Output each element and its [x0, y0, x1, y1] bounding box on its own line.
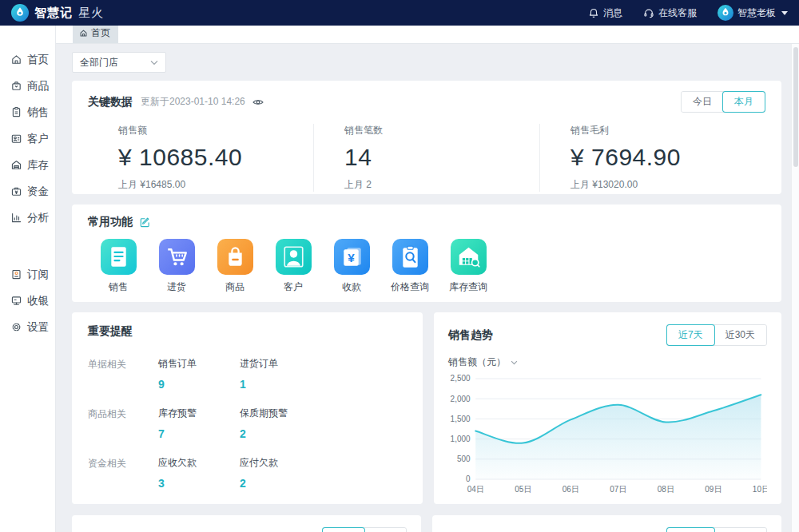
- sidebar-item-products[interactable]: 商品: [0, 73, 55, 99]
- reminder-label: 应付欠款: [240, 456, 321, 470]
- svg-text:2,500: 2,500: [451, 374, 471, 383]
- reminder-row-documents: 单据相关 销售订单 9 进货订单 1: [88, 357, 407, 391]
- sidebar-item-sales[interactable]: 销售: [0, 99, 55, 125]
- quick-action-sale[interactable]: 销售: [89, 239, 147, 294]
- month-toggle-button[interactable]: 本月: [364, 528, 406, 532]
- home-icon: [79, 29, 88, 38]
- sidebar-item-analysis[interactable]: 分析: [0, 204, 55, 231]
- trend-metric-value: 销售额（元）: [448, 355, 506, 369]
- edit-icon[interactable]: [139, 216, 150, 228]
- reminder-label: 进货订单: [240, 357, 321, 371]
- subscribe-icon: [10, 268, 22, 280]
- top-navbar: 智慧记 星火 消息 在线客服: [0, 0, 799, 26]
- sidebar-item-customers[interactable]: 客户: [0, 125, 55, 152]
- store-filter-value: 全部门店: [80, 56, 118, 69]
- analysis-icon: [10, 212, 22, 224]
- sidebar-item-home[interactable]: 首页: [0, 46, 55, 73]
- reminder-receivables: 应收欠款 3: [158, 456, 240, 490]
- quick-action-customer[interactable]: 客户: [264, 239, 322, 294]
- reminder-payables: 应付欠款 2: [240, 456, 321, 490]
- sidebar-item-inventory[interactable]: 库存: [0, 152, 55, 178]
- customer-person-icon: [276, 239, 312, 275]
- quick-action-collect[interactable]: ¥ 收款: [323, 239, 380, 294]
- sidebar-item-subscribe[interactable]: 订阅: [0, 261, 55, 288]
- svg-text:08日: 08日: [658, 485, 674, 494]
- last-30-days-button[interactable]: 近30天: [714, 528, 766, 532]
- quick-action-stock-search[interactable]: 库存查询: [439, 239, 497, 294]
- sales-trend-chart-area: 05001,0001,5002,0002,50004日05日06日07日08日0…: [448, 371, 767, 497]
- user-menu[interactable]: 智慧老板: [718, 5, 788, 21]
- reminder-value[interactable]: 1: [240, 378, 321, 391]
- sales-trend-card: 销售趋势 近7天 近30天 销售额（元） 05001,0001,5002,000…: [434, 312, 781, 504]
- tab-bar: 首页: [56, 26, 799, 44]
- sidebar: 首页 商品 销售 客户 库存 资金 分析 订阅 收银 设置: [0, 26, 56, 532]
- key-data-period-toggle: 今日 本月: [681, 91, 765, 113]
- trend-metric-select[interactable]: 销售额（元）: [448, 355, 518, 369]
- settings-icon: [10, 321, 22, 333]
- metric-value: ¥ 7694.90: [570, 144, 765, 171]
- svg-text:05日: 05日: [515, 485, 531, 494]
- metric-label: 销售额: [118, 124, 313, 137]
- month-toggle-button[interactable]: 本月: [723, 92, 765, 112]
- quick-action-price-search[interactable]: 价格查询: [381, 239, 439, 294]
- hot-products-toggle: 近7天 近30天: [666, 527, 767, 532]
- today-toggle-button[interactable]: 今日: [323, 528, 364, 532]
- sidebar-item-settings[interactable]: 设置: [0, 314, 55, 340]
- scrollbar-thumb[interactable]: [793, 47, 798, 167]
- quick-actions-card: 常用功能 销售 进货 商品: [72, 204, 781, 302]
- svg-text:04日: 04日: [467, 485, 484, 494]
- reminder-value[interactable]: 9: [158, 378, 240, 391]
- svg-text:1,500: 1,500: [451, 415, 471, 423]
- reminders-card: 重要提醒 单据相关 销售订单 9 进货订单 1 商品相关: [72, 312, 423, 504]
- main-content: 全部门店 关键数据 更新于2023-01-10 14:26 今日 本月 销售额 …: [56, 44, 791, 532]
- sidebar-item-funds[interactable]: 资金: [0, 178, 55, 204]
- reminder-value[interactable]: 2: [240, 477, 321, 490]
- sidebar-item-label: 销售: [27, 105, 49, 120]
- sales-icon: [10, 106, 22, 118]
- reminders-title: 重要提醒: [88, 324, 133, 339]
- purchase-cart-icon: [159, 239, 195, 275]
- reminder-value[interactable]: 2: [240, 427, 321, 440]
- metric-value: 14: [344, 144, 539, 171]
- vertical-scrollbar[interactable]: [791, 44, 799, 532]
- support-label: 在线客服: [658, 6, 697, 20]
- sidebar-item-label: 设置: [27, 320, 49, 335]
- quick-action-purchase[interactable]: 进货: [148, 239, 205, 294]
- tab-home[interactable]: 首页: [73, 24, 118, 43]
- chevron-down-icon: [150, 60, 158, 66]
- svg-text:06日: 06日: [562, 485, 579, 494]
- price-search-icon: [392, 239, 428, 275]
- sidebar-item-cashier[interactable]: 收银: [0, 288, 55, 314]
- brand[interactable]: 智慧记 星火: [11, 4, 104, 22]
- last-30-days-button[interactable]: 近30天: [714, 325, 766, 345]
- quick-action-label: 价格查询: [391, 280, 429, 294]
- sidebar-item-label: 商品: [27, 79, 49, 93]
- inventory-icon: [10, 159, 22, 171]
- metric-sales-count: 销售笔数 14 上月 2: [313, 124, 539, 192]
- reminder-category: 商品相关: [88, 407, 158, 440]
- sales-trend-period-toggle: 近7天 近30天: [666, 324, 767, 346]
- sidebar-item-label: 订阅: [27, 268, 49, 282]
- messages-button[interactable]: 消息: [588, 6, 622, 20]
- today-toggle-button[interactable]: 今日: [682, 92, 723, 112]
- headset-icon: [643, 7, 654, 19]
- eye-icon[interactable]: [252, 96, 264, 109]
- reminder-value[interactable]: 3: [158, 477, 240, 490]
- quick-action-label: 进货: [167, 280, 186, 294]
- metric-prev: 上月 ¥13020.00: [570, 178, 765, 192]
- support-button[interactable]: 在线客服: [643, 6, 697, 20]
- last-7-days-button[interactable]: 近7天: [667, 325, 714, 345]
- store-filter-select[interactable]: 全部门店: [72, 52, 166, 73]
- last-7-days-button[interactable]: 近7天: [667, 528, 714, 532]
- goods-bag-icon: [217, 239, 253, 275]
- metric-label: 销售毛利: [570, 124, 765, 137]
- sales-trend-chart: 05001,0001,5002,0002,50004日05日06日07日08日0…: [448, 371, 767, 497]
- cashier-icon: [10, 295, 22, 307]
- metric-label: 销售笔数: [344, 124, 539, 137]
- metric-sales-amount: 销售额 ¥ 10685.40 上月 ¥16485.00: [88, 124, 313, 192]
- chevron-down-icon: [511, 360, 518, 365]
- quick-action-goods[interactable]: 商品: [206, 239, 264, 294]
- reminder-value[interactable]: 7: [158, 427, 240, 440]
- employee-performance-toggle: 今日 本月: [322, 527, 407, 532]
- svg-text:10日: 10日: [753, 485, 767, 494]
